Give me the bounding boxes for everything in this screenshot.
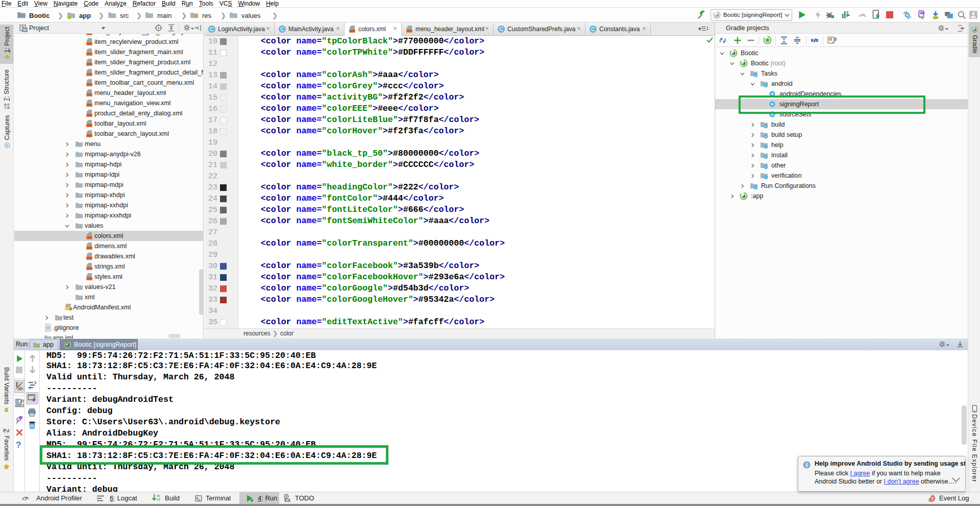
svg-text:10: 10 (157, 498, 160, 501)
svg-text:01: 01 (157, 494, 160, 498)
svg-text:7: 7 (931, 496, 934, 501)
svg-text:ab: ab (18, 386, 23, 391)
